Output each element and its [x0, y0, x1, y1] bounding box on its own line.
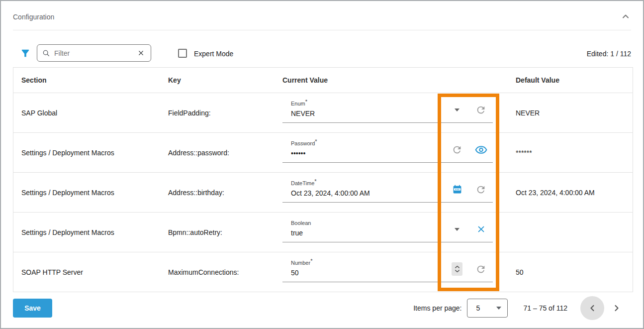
configuration-panel: Configuration Expert Mode Edited: 1 / 11… — [0, 0, 644, 329]
refresh-icon[interactable] — [469, 264, 493, 275]
current-value-input[interactable]: 50 — [291, 269, 445, 277]
current-value-field[interactable]: DateTime* Oct 23, 2024, 4:00:00 AM — [282, 173, 493, 213]
search-icon — [42, 49, 50, 57]
header-current-value: Current Value — [282, 76, 504, 84]
table-row: Settings / Deployment Macros Address::bi… — [13, 172, 633, 212]
number-spinner-icon[interactable] — [445, 262, 469, 276]
header-default-value: Default Value — [504, 76, 633, 84]
chevron-down-icon — [496, 307, 507, 310]
configuration-table: Section Key Current Value Default Value … — [13, 67, 633, 292]
previous-page-button[interactable] — [580, 296, 604, 320]
panel-divider — [13, 30, 631, 30]
expert-mode-checkbox[interactable] — [178, 49, 187, 58]
table-row: Settings / Deployment Macros Bpmn::autoR… — [13, 212, 633, 252]
next-page-button[interactable] — [605, 296, 629, 320]
refresh-icon[interactable] — [445, 144, 469, 155]
key-cell: Address::birthday: — [168, 189, 282, 197]
key-cell: FieldPadding: — [168, 109, 282, 117]
paginator: Items per page: 5 71 – 75 of 112 — [413, 296, 629, 320]
clear-icon[interactable] — [469, 225, 493, 233]
table-body: SAP Global FieldPadding: Enum* NEVER NEV… — [13, 93, 633, 292]
current-value-input[interactable]: true — [291, 229, 445, 237]
current-value-input[interactable]: •••••• — [291, 149, 445, 157]
value-type-label: DateTime* — [291, 178, 445, 186]
chevron-right-icon — [611, 302, 623, 314]
dropdown-icon[interactable] — [445, 228, 469, 231]
current-value-input[interactable]: Oct 23, 2024, 4:00:00 AM — [291, 189, 445, 197]
current-value-field[interactable]: Password* •••••• — [282, 133, 493, 173]
page-size-select[interactable]: 5 — [467, 299, 508, 318]
items-per-page-label: Items per page: — [413, 304, 461, 312]
chevron-up-icon — [620, 10, 632, 22]
current-value-field[interactable]: Enum* NEVER — [282, 93, 493, 133]
current-value-field[interactable]: Number* 50 — [282, 252, 493, 292]
default-value-cell: 50 — [504, 268, 633, 276]
table-row: Settings / Deployment Macros Address::pa… — [13, 132, 633, 172]
table-row: SOAP HTTP Server MaximumConnections: Num… — [13, 252, 633, 292]
value-type-label: Boolean — [291, 218, 445, 226]
refresh-icon[interactable] — [469, 184, 493, 195]
section-cell: Settings / Deployment Macros — [13, 149, 168, 157]
page-range-label: 71 – 75 of 112 — [524, 304, 567, 312]
filter-field — [37, 44, 151, 62]
save-button[interactable]: Save — [13, 299, 52, 318]
header-key: Key — [168, 76, 282, 84]
filter-input[interactable] — [54, 49, 136, 57]
key-cell: Address::password: — [168, 149, 282, 157]
funnel-icon[interactable] — [20, 48, 31, 59]
section-cell: Settings / Deployment Macros — [13, 189, 168, 197]
key-cell: Bpmn::autoRetry: — [168, 228, 282, 236]
default-value-cell: Oct 23, 2024, 4:00:00 AM — [504, 189, 633, 197]
edited-counter: Edited: 1 / 112 — [587, 50, 631, 58]
section-cell: SOAP HTTP Server — [13, 268, 168, 276]
current-value-field[interactable]: Boolean true — [282, 213, 493, 252]
value-type-label: Password* — [291, 138, 445, 146]
default-value-cell: ****** — [504, 149, 633, 157]
panel-title: Configuration — [13, 13, 54, 21]
expert-mode-label: Expert Mode — [194, 50, 233, 58]
clear-filter-button[interactable] — [136, 48, 146, 58]
calendar-icon[interactable] — [445, 184, 469, 195]
key-cell: MaximumConnections: — [168, 268, 282, 276]
dropdown-icon[interactable] — [445, 109, 469, 111]
table-header-row: Section Key Current Value Default Value — [13, 68, 633, 93]
page-size-value: 5 — [467, 304, 496, 312]
table-row: SAP Global FieldPadding: Enum* NEVER NEV… — [13, 93, 633, 132]
value-type-label: Number* — [291, 258, 445, 266]
refresh-icon[interactable] — [469, 105, 493, 115]
close-icon — [137, 49, 145, 57]
current-value-input[interactable]: NEVER — [291, 110, 445, 117]
value-type-label: Enum* — [291, 99, 445, 107]
default-value-cell: NEVER — [504, 109, 633, 117]
section-cell: SAP Global — [13, 109, 168, 117]
collapse-panel-button[interactable] — [619, 10, 632, 23]
eye-icon[interactable] — [469, 145, 493, 155]
header-section: Section — [13, 76, 168, 84]
section-cell: Settings / Deployment Macros — [13, 228, 168, 236]
chevron-left-icon — [586, 302, 598, 314]
